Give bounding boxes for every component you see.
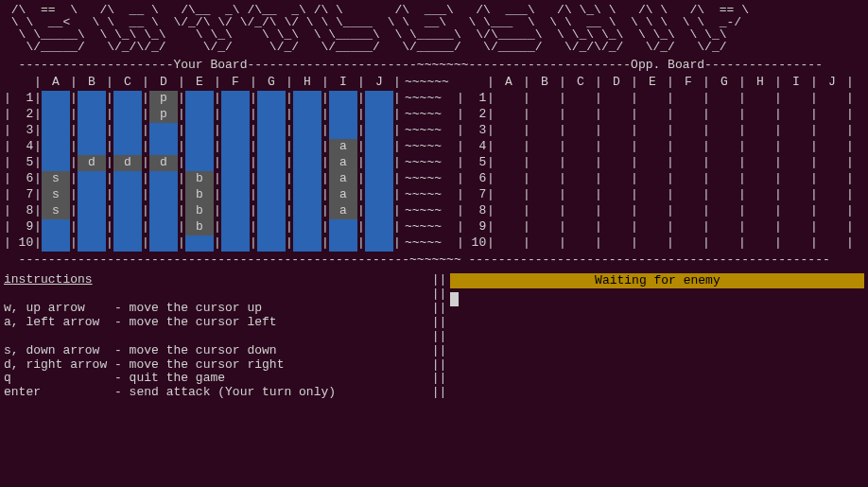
board-cell[interactable]: [674, 123, 703, 139]
board-cell[interactable]: [782, 235, 810, 252]
board-cell[interactable]: [530, 235, 559, 252]
board-cell[interactable]: [602, 139, 631, 155]
board-cell[interactable]: [710, 139, 738, 155]
board-cell[interactable]: [530, 139, 559, 155]
board-cell[interactable]: [782, 139, 810, 155]
board-cell[interactable]: [530, 171, 559, 187]
board-cell[interactable]: [818, 155, 846, 171]
board-cell[interactable]: [530, 187, 559, 203]
board-cell[interactable]: [638, 91, 667, 107]
board-cell[interactable]: [710, 235, 738, 252]
board-cell[interactable]: [495, 91, 523, 107]
board-cell[interactable]: [566, 155, 595, 171]
board-cell[interactable]: [710, 203, 738, 219]
board-cell[interactable]: [530, 203, 559, 219]
board-cell[interactable]: [818, 219, 846, 235]
board-cell[interactable]: [782, 123, 810, 139]
board-cell[interactable]: [602, 235, 631, 252]
board-cell[interactable]: [746, 219, 774, 235]
board-cell[interactable]: [566, 235, 595, 252]
board-cell[interactable]: [674, 171, 703, 187]
board-cell[interactable]: [710, 107, 738, 123]
board-cell[interactable]: [566, 139, 595, 155]
board-cell[interactable]: [746, 107, 774, 123]
board-cell[interactable]: [495, 187, 523, 203]
board-cell[interactable]: [602, 123, 631, 139]
board-cell[interactable]: [746, 235, 774, 252]
board-cell[interactable]: [782, 107, 810, 123]
board-cell[interactable]: [566, 171, 595, 187]
board-cell[interactable]: [818, 139, 846, 155]
board-cell[interactable]: [638, 107, 667, 123]
board-cell[interactable]: [602, 219, 631, 235]
board-cell[interactable]: [638, 203, 667, 219]
opponent-board[interactable]: |A|B|C|D|E|F|G|H|I|J|| 1|||||||||||| 2||…: [457, 75, 854, 252]
board-cell[interactable]: [674, 107, 703, 123]
board-cell[interactable]: [566, 107, 595, 123]
input-cursor[interactable]: [450, 288, 864, 311]
board-cell[interactable]: [710, 123, 738, 139]
board-cell[interactable]: [602, 107, 631, 123]
board-cell[interactable]: [674, 219, 703, 235]
board-cell[interactable]: [746, 187, 774, 203]
board-cell[interactable]: [638, 187, 667, 203]
your-board[interactable]: |A|B|C|D|E|F|G|H|I|J|~~~~~~| 1||||p|||||…: [4, 75, 457, 252]
board-cell[interactable]: [710, 187, 738, 203]
board-cell[interactable]: [818, 203, 846, 219]
board-cell[interactable]: [566, 203, 595, 219]
board-cell[interactable]: [566, 219, 595, 235]
board-cell[interactable]: [818, 107, 846, 123]
board-cell[interactable]: [674, 91, 703, 107]
board-cell[interactable]: [495, 171, 523, 187]
board-cell[interactable]: [495, 155, 523, 171]
board-cell[interactable]: [495, 107, 523, 123]
board-cell[interactable]: [746, 91, 774, 107]
board-cell[interactable]: [674, 203, 703, 219]
board-cell[interactable]: [495, 139, 523, 155]
board-cell[interactable]: [782, 155, 810, 171]
board-cell[interactable]: [710, 155, 738, 171]
board-cell[interactable]: [495, 219, 523, 235]
board-cell[interactable]: [530, 155, 559, 171]
board-cell[interactable]: [638, 155, 667, 171]
board-cell[interactable]: [566, 123, 595, 139]
board-cell[interactable]: [674, 139, 703, 155]
board-cell[interactable]: [782, 219, 810, 235]
board-cell[interactable]: [710, 171, 738, 187]
board-cell[interactable]: [602, 155, 631, 171]
board-cell[interactable]: [638, 171, 667, 187]
board-cell[interactable]: [566, 91, 595, 107]
board-cell[interactable]: [818, 235, 846, 252]
board-cell[interactable]: [674, 155, 703, 171]
board-cell[interactable]: [746, 155, 774, 171]
board-cell[interactable]: [674, 187, 703, 203]
board-cell[interactable]: [818, 171, 846, 187]
board-cell[interactable]: [638, 235, 667, 252]
board-cell[interactable]: [602, 171, 631, 187]
board-cell[interactable]: [638, 139, 667, 155]
board-cell[interactable]: [495, 203, 523, 219]
board-cell[interactable]: [746, 203, 774, 219]
board-cell[interactable]: [818, 91, 846, 107]
board-cell[interactable]: [782, 171, 810, 187]
board-cell[interactable]: [530, 123, 559, 139]
board-cell[interactable]: [530, 91, 559, 107]
board-cell[interactable]: [710, 219, 738, 235]
board-cell[interactable]: [818, 123, 846, 139]
board-cell[interactable]: [566, 187, 595, 203]
board-cell[interactable]: [530, 107, 559, 123]
board-cell[interactable]: [638, 219, 667, 235]
board-cell[interactable]: [674, 235, 703, 252]
board-cell[interactable]: [495, 123, 523, 139]
board-cell[interactable]: [602, 91, 631, 107]
board-cell[interactable]: [782, 203, 810, 219]
board-cell[interactable]: [710, 91, 738, 107]
board-cell[interactable]: [782, 91, 810, 107]
board-cell[interactable]: [818, 187, 846, 203]
board-cell[interactable]: [782, 187, 810, 203]
board-cell[interactable]: [602, 203, 631, 219]
board-cell[interactable]: [602, 187, 631, 203]
board-cell[interactable]: [746, 123, 774, 139]
board-cell[interactable]: [530, 219, 559, 235]
board-cell[interactable]: [495, 235, 523, 252]
